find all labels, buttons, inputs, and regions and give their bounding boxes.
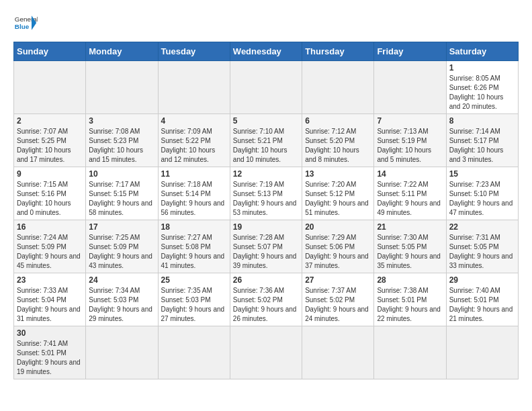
day-number: 21 <box>377 222 443 232</box>
logo: General Blue <box>13 11 38 35</box>
day-info: Sunrise: 7:28 AM Sunset: 5:07 PM Dayligh… <box>233 233 299 271</box>
calendar-cell: 1Sunrise: 8:05 AM Sunset: 6:26 PM Daylig… <box>446 61 518 114</box>
day-info: Sunrise: 7:36 AM Sunset: 5:02 PM Dayligh… <box>233 286 299 324</box>
calendar-cell: 2Sunrise: 7:07 AM Sunset: 5:25 PM Daylig… <box>14 114 86 167</box>
day-number: 10 <box>89 169 154 179</box>
calendar-cell: 23Sunrise: 7:33 AM Sunset: 5:04 PM Dayli… <box>14 273 86 326</box>
day-number: 8 <box>449 116 515 126</box>
day-info: Sunrise: 7:30 AM Sunset: 5:05 PM Dayligh… <box>377 233 443 271</box>
day-info: Sunrise: 7:20 AM Sunset: 5:12 PM Dayligh… <box>305 180 371 218</box>
day-number: 6 <box>305 116 371 126</box>
day-info: Sunrise: 7:17 AM Sunset: 5:15 PM Dayligh… <box>89 180 154 218</box>
generalblue-logo-icon: General Blue <box>13 11 38 35</box>
day-info: Sunrise: 8:05 AM Sunset: 6:26 PM Dayligh… <box>449 74 515 111</box>
weekday-header-sunday: Sunday <box>14 42 86 61</box>
calendar-cell: 10Sunrise: 7:17 AM Sunset: 5:15 PM Dayli… <box>86 167 158 220</box>
weekday-header-saturday: Saturday <box>446 42 518 61</box>
calendar-week-row: 30Sunrise: 7:41 AM Sunset: 5:01 PM Dayli… <box>14 326 519 379</box>
calendar-week-row: 2Sunrise: 7:07 AM Sunset: 5:25 PM Daylig… <box>14 114 519 167</box>
day-info: Sunrise: 7:07 AM Sunset: 5:25 PM Dayligh… <box>17 127 83 165</box>
day-number: 30 <box>17 328 83 338</box>
day-info: Sunrise: 7:29 AM Sunset: 5:06 PM Dayligh… <box>305 233 371 271</box>
calendar-cell <box>230 326 302 379</box>
day-info: Sunrise: 7:37 AM Sunset: 5:02 PM Dayligh… <box>305 286 371 324</box>
day-info: Sunrise: 7:09 AM Sunset: 5:22 PM Dayligh… <box>161 127 227 165</box>
calendar-cell: 9Sunrise: 7:15 AM Sunset: 5:16 PM Daylig… <box>14 167 86 220</box>
day-info: Sunrise: 7:23 AM Sunset: 5:10 PM Dayligh… <box>449 180 515 218</box>
calendar-cell: 26Sunrise: 7:36 AM Sunset: 5:02 PM Dayli… <box>230 273 302 326</box>
calendar-cell: 20Sunrise: 7:29 AM Sunset: 5:06 PM Dayli… <box>302 220 374 273</box>
calendar-cell: 11Sunrise: 7:18 AM Sunset: 5:14 PM Dayli… <box>158 167 230 220</box>
weekday-header-wednesday: Wednesday <box>230 42 302 61</box>
day-info: Sunrise: 7:25 AM Sunset: 5:09 PM Dayligh… <box>89 233 154 271</box>
day-number: 16 <box>17 222 83 232</box>
day-number: 11 <box>161 169 227 179</box>
day-number: 5 <box>233 116 299 126</box>
day-number: 3 <box>89 116 154 126</box>
calendar-cell: 8Sunrise: 7:14 AM Sunset: 5:17 PM Daylig… <box>446 114 518 167</box>
day-number: 25 <box>161 275 227 285</box>
calendar-cell <box>446 326 518 379</box>
day-info: Sunrise: 7:41 AM Sunset: 5:01 PM Dayligh… <box>17 339 83 377</box>
day-info: Sunrise: 7:15 AM Sunset: 5:16 PM Dayligh… <box>17 180 83 218</box>
calendar-cell: 14Sunrise: 7:22 AM Sunset: 5:11 PM Dayli… <box>374 167 446 220</box>
calendar-cell: 27Sunrise: 7:37 AM Sunset: 5:02 PM Dayli… <box>302 273 374 326</box>
calendar-cell: 15Sunrise: 7:23 AM Sunset: 5:10 PM Dayli… <box>446 167 518 220</box>
calendar-week-row: 16Sunrise: 7:24 AM Sunset: 5:09 PM Dayli… <box>14 220 519 273</box>
calendar-cell: 29Sunrise: 7:40 AM Sunset: 5:01 PM Dayli… <box>446 273 518 326</box>
calendar-week-row: 23Sunrise: 7:33 AM Sunset: 5:04 PM Dayli… <box>14 273 519 326</box>
day-number: 23 <box>17 275 83 285</box>
calendar-cell: 30Sunrise: 7:41 AM Sunset: 5:01 PM Dayli… <box>14 326 86 379</box>
day-info: Sunrise: 7:27 AM Sunset: 5:08 PM Dayligh… <box>161 233 227 271</box>
calendar-cell <box>86 61 158 114</box>
day-info: Sunrise: 7:08 AM Sunset: 5:23 PM Dayligh… <box>89 127 154 165</box>
weekday-header-row: SundayMondayTuesdayWednesdayThursdayFrid… <box>14 42 519 61</box>
day-number: 14 <box>377 169 443 179</box>
calendar-cell <box>374 326 446 379</box>
day-info: Sunrise: 7:22 AM Sunset: 5:11 PM Dayligh… <box>377 180 443 218</box>
calendar-cell: 7Sunrise: 7:13 AM Sunset: 5:19 PM Daylig… <box>374 114 446 167</box>
calendar-cell <box>230 61 302 114</box>
day-info: Sunrise: 7:31 AM Sunset: 5:05 PM Dayligh… <box>449 233 515 271</box>
calendar-cell: 4Sunrise: 7:09 AM Sunset: 5:22 PM Daylig… <box>158 114 230 167</box>
day-number: 9 <box>17 169 83 179</box>
day-info: Sunrise: 7:14 AM Sunset: 5:17 PM Dayligh… <box>449 127 515 165</box>
calendar-cell: 28Sunrise: 7:38 AM Sunset: 5:01 PM Dayli… <box>374 273 446 326</box>
calendar-week-row: 1Sunrise: 8:05 AM Sunset: 6:26 PM Daylig… <box>14 61 519 114</box>
calendar-cell: 6Sunrise: 7:12 AM Sunset: 5:20 PM Daylig… <box>302 114 374 167</box>
day-number: 18 <box>161 222 227 232</box>
day-number: 26 <box>233 275 299 285</box>
day-number: 28 <box>377 275 443 285</box>
weekday-header-tuesday: Tuesday <box>158 42 230 61</box>
day-number: 15 <box>449 169 515 179</box>
calendar-table: SundayMondayTuesdayWednesdayThursdayFrid… <box>13 42 519 379</box>
calendar-cell: 19Sunrise: 7:28 AM Sunset: 5:07 PM Dayli… <box>230 220 302 273</box>
day-number: 1 <box>449 63 515 73</box>
weekday-header-thursday: Thursday <box>302 42 374 61</box>
calendar-cell: 12Sunrise: 7:19 AM Sunset: 5:13 PM Dayli… <box>230 167 302 220</box>
calendar-cell: 5Sunrise: 7:10 AM Sunset: 5:21 PM Daylig… <box>230 114 302 167</box>
calendar-cell: 25Sunrise: 7:35 AM Sunset: 5:03 PM Dayli… <box>158 273 230 326</box>
svg-text:Blue: Blue <box>15 23 30 30</box>
calendar-cell: 16Sunrise: 7:24 AM Sunset: 5:09 PM Dayli… <box>14 220 86 273</box>
day-number: 13 <box>305 169 371 179</box>
calendar-cell: 22Sunrise: 7:31 AM Sunset: 5:05 PM Dayli… <box>446 220 518 273</box>
calendar-cell: 21Sunrise: 7:30 AM Sunset: 5:05 PM Dayli… <box>374 220 446 273</box>
day-info: Sunrise: 7:19 AM Sunset: 5:13 PM Dayligh… <box>233 180 299 218</box>
calendar-cell <box>302 326 374 379</box>
header: General Blue <box>13 11 519 35</box>
day-number: 4 <box>161 116 227 126</box>
calendar-cell: 13Sunrise: 7:20 AM Sunset: 5:12 PM Dayli… <box>302 167 374 220</box>
day-number: 20 <box>305 222 371 232</box>
calendar-cell: 17Sunrise: 7:25 AM Sunset: 5:09 PM Dayli… <box>86 220 158 273</box>
day-info: Sunrise: 7:10 AM Sunset: 5:21 PM Dayligh… <box>233 127 299 165</box>
calendar-cell: 18Sunrise: 7:27 AM Sunset: 5:08 PM Dayli… <box>158 220 230 273</box>
calendar-cell: 24Sunrise: 7:34 AM Sunset: 5:03 PM Dayli… <box>86 273 158 326</box>
calendar-cell <box>14 61 86 114</box>
calendar-cell <box>158 61 230 114</box>
day-number: 17 <box>89 222 154 232</box>
day-info: Sunrise: 7:40 AM Sunset: 5:01 PM Dayligh… <box>449 286 515 324</box>
day-info: Sunrise: 7:34 AM Sunset: 5:03 PM Dayligh… <box>89 286 154 324</box>
day-info: Sunrise: 7:35 AM Sunset: 5:03 PM Dayligh… <box>161 286 227 324</box>
day-number: 29 <box>449 275 515 285</box>
